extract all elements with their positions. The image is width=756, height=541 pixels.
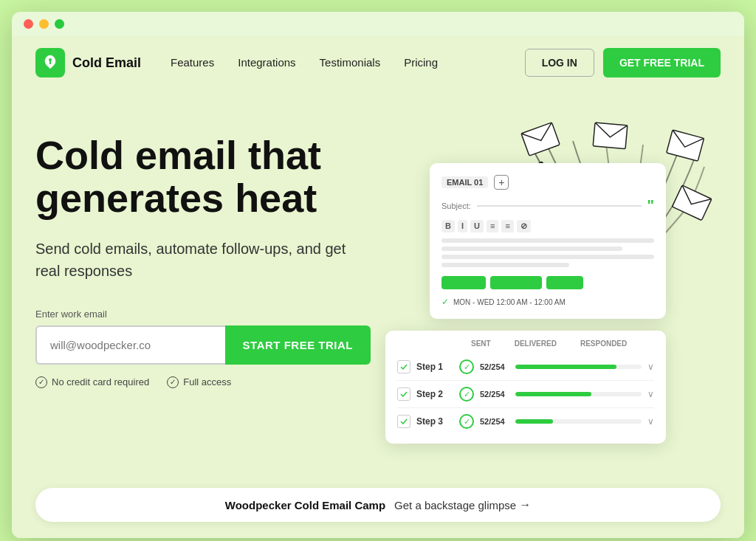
step2-chevron-icon[interactable]: ∨ xyxy=(647,389,654,399)
login-button[interactable]: LOG IN xyxy=(525,49,594,77)
titlebar xyxy=(12,12,744,36)
green-bar-2 xyxy=(490,276,542,289)
step1-count: 52/254 xyxy=(480,362,509,371)
nav-actions: LOG IN GET FREE TRIAL xyxy=(525,48,721,77)
nav-testimonials[interactable]: Testimonials xyxy=(320,56,381,69)
svg-rect-3 xyxy=(672,185,711,221)
badge-full-access-text: Full access xyxy=(183,376,231,387)
badge-full-access: ✓ Full access xyxy=(167,376,231,388)
step3-label: Step 3 xyxy=(416,416,453,427)
steps-card: SENT DELIVERED RESPONDED Step 1 ✓ 52/254 xyxy=(385,331,666,444)
subject-label: Subject: xyxy=(441,201,471,210)
toolbar-bold[interactable]: B xyxy=(441,220,455,232)
badge-no-cc-text: No credit card required xyxy=(52,376,149,387)
step3-count: 52/254 xyxy=(480,417,509,426)
step2-bar-fill xyxy=(515,392,591,396)
badge-no-cc: ✓ No credit card required xyxy=(35,376,149,388)
step1-bar xyxy=(515,365,642,369)
nav-features[interactable]: Features xyxy=(171,56,214,69)
toolbar-list2[interactable]: ≡ xyxy=(501,220,513,232)
start-free-trial-button[interactable]: START FREE TRIAL xyxy=(225,325,371,365)
step2-bar xyxy=(515,392,642,396)
email-form: START FREE TRIAL xyxy=(35,325,371,365)
email-card-header: EMAIL 01 + xyxy=(441,175,654,190)
schedule-text: MON - WED 12:00 AM - 12:00 AM xyxy=(453,298,566,306)
banner-link-text: Get a backstage glimpse xyxy=(394,499,516,511)
content-line-1 xyxy=(441,238,654,243)
nav-links: Features Integrations Testimonials Prici… xyxy=(171,56,525,69)
trust-badges: ✓ No credit card required ✓ Full access xyxy=(35,376,371,388)
green-bar-1 xyxy=(441,276,486,289)
bottom-banner: Woodpecker Cold Email Camp Get a backsta… xyxy=(35,488,721,522)
get-free-trial-button[interactable]: GET FREE TRIAL xyxy=(603,48,721,77)
green-bar-3 xyxy=(546,276,583,289)
hero-section: Cold email that generates heat Send cold… xyxy=(12,89,744,473)
svg-rect-2 xyxy=(667,130,704,161)
logo-svg xyxy=(41,54,59,72)
step1-label: Step 1 xyxy=(416,362,453,372)
content-lines xyxy=(441,238,654,267)
subject-row: Subject: " xyxy=(441,197,654,214)
dot-red[interactable] xyxy=(24,19,33,29)
header-responded: RESPONDED xyxy=(580,340,627,348)
step1-checkbox[interactable] xyxy=(397,360,410,373)
schedule-row: ✓ MON - WED 12:00 AM - 12:00 AM xyxy=(441,297,654,307)
header-delivered: DELIVERED xyxy=(515,340,557,348)
toolbar-link[interactable]: ⊘ xyxy=(517,220,531,232)
logo: Cold Email xyxy=(35,48,141,77)
step3-bar-fill xyxy=(515,419,553,424)
check-icon-no-cc: ✓ xyxy=(35,376,47,388)
header-sent: SENT xyxy=(471,340,491,348)
step3-bar xyxy=(515,419,642,424)
toolbar-row: B I U ≡ ≡ ⊘ xyxy=(441,220,654,232)
step2-count: 52/254 xyxy=(480,390,509,399)
logo-icon xyxy=(35,48,65,77)
logo-text: Cold Email xyxy=(72,55,141,71)
email-compose-card: EMAIL 01 + Subject: " B I U ≡ ≡ ⊘ xyxy=(430,163,666,319)
banner-title: Woodpecker Cold Email Camp xyxy=(225,499,385,511)
quote-icon: " xyxy=(647,197,654,214)
check-icon-full-access: ✓ xyxy=(167,376,179,388)
nav-pricing[interactable]: Pricing xyxy=(404,56,438,69)
content-line-3 xyxy=(441,255,654,259)
step1-bar-fill xyxy=(515,365,616,369)
toolbar-italic[interactable]: I xyxy=(458,220,467,232)
dot-green-window[interactable] xyxy=(55,19,64,29)
step2-label: Step 2 xyxy=(416,389,453,399)
navigation: Cold Email Features Integrations Testimo… xyxy=(12,36,744,89)
step3-status-icon: ✓ xyxy=(459,414,474,429)
toolbar-underline[interactable]: U xyxy=(470,220,484,232)
hero-right: EMAIL 01 + Subject: " B I U ≡ ≡ ⊘ xyxy=(385,119,721,458)
email-input[interactable] xyxy=(35,325,225,365)
hero-subtext: Send cold emails, automate follow-ups, a… xyxy=(35,238,371,282)
step1-chevron-icon[interactable]: ∨ xyxy=(647,362,654,372)
toolbar-list1[interactable]: ≡ xyxy=(487,220,498,232)
content-line-2 xyxy=(441,247,622,251)
step-row-3: Step 3 ✓ 52/254 ∨ xyxy=(397,408,654,435)
steps-header: SENT DELIVERED RESPONDED xyxy=(397,340,654,348)
step-row-1: Step 1 ✓ 52/254 ∨ xyxy=(397,354,654,381)
hero-headline: Cold email that generates heat xyxy=(35,134,371,220)
email-tag: EMAIL 01 xyxy=(441,176,488,188)
step-row-2: Step 2 ✓ 52/254 ∨ xyxy=(397,381,654,408)
step3-checkbox[interactable] xyxy=(397,415,410,428)
nav-integrations[interactable]: Integrations xyxy=(238,56,295,69)
content-line-4 xyxy=(441,263,569,267)
arrow-right-icon: → xyxy=(519,498,531,511)
dot-yellow[interactable] xyxy=(39,19,49,29)
svg-rect-1 xyxy=(593,123,628,149)
hero-left: Cold email that generates heat Send cold… xyxy=(35,119,371,388)
page: Cold Email Features Integrations Testimo… xyxy=(12,36,744,538)
step2-checkbox[interactable] xyxy=(397,387,410,401)
step1-status-icon: ✓ xyxy=(459,359,474,374)
step2-status-icon: ✓ xyxy=(459,387,474,402)
svg-rect-0 xyxy=(521,123,560,156)
add-email-button[interactable]: + xyxy=(494,175,509,190)
banner-link[interactable]: Get a backstage glimpse → xyxy=(394,498,531,511)
schedule-check-icon: ✓ xyxy=(441,297,449,307)
email-label: Enter work email xyxy=(35,309,371,320)
green-bars xyxy=(441,276,654,289)
app-window: Cold Email Features Integrations Testimo… xyxy=(12,12,744,538)
subject-line xyxy=(477,205,642,207)
step3-chevron-icon[interactable]: ∨ xyxy=(647,416,654,427)
